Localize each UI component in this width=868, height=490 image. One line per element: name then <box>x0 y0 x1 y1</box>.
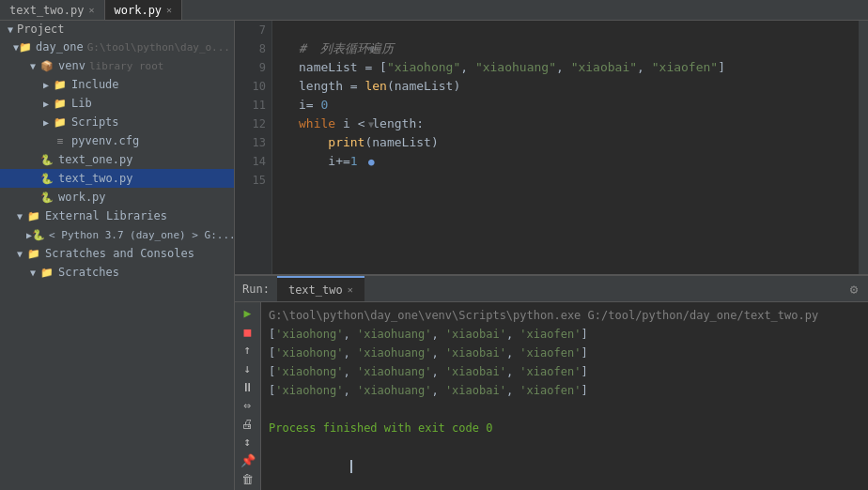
run-str-1c: 'xiaobai' <box>445 328 506 341</box>
gutter-9 <box>280 58 299 77</box>
run-toolbar: ▶ ■ ↑ ↓ ⏸ ⇔ 🖨 ↕ 📌 🗑 <box>235 302 261 490</box>
run-str-1a: 'xiaohong' <box>275 328 343 341</box>
run-down-button[interactable]: ↓ <box>239 361 257 376</box>
run-str-2b: 'xiaohuang' <box>357 346 431 360</box>
run-print-button[interactable]: 🖨 <box>239 417 257 432</box>
sidebar-item-lib[interactable]: ▶ 📁 Lib <box>0 94 234 113</box>
sidebar-item-day-one[interactable]: ▼ 📁 day_one G:\tool\python\day_o... <box>0 38 234 56</box>
run-str-4b: 'xiaohuang' <box>357 384 431 397</box>
include-arrow: ▶ <box>39 80 53 90</box>
tab-text-two[interactable]: text_two.py ✕ <box>0 0 105 20</box>
run-str-3b: 'xiaohuang' <box>357 365 431 378</box>
run-pause-button[interactable]: ⏸ <box>239 379 257 394</box>
text-two-icon: 🐍 <box>39 171 54 186</box>
line-num-14: 14 <box>240 152 266 171</box>
run-cursor <box>350 460 352 473</box>
run-body: ▶ ■ ↑ ↓ ⏸ ⇔ 🖨 ↕ 📌 🗑 G:\tool\python\day_o… <box>235 302 868 490</box>
bottom-panel: Run: text_two ✕ ⚙ ▶ ■ ↑ ↓ ⏸ ⇔ � <box>235 274 868 490</box>
sidebar-item-scratches[interactable]: ▼ 📁 Scratches <box>0 263 234 282</box>
comma-2: , <box>556 58 571 77</box>
sidebar-item-scratches-consoles[interactable]: ▼ 📁 Scratches and Consoles <box>0 244 234 263</box>
day-one-path: G:\tool\python\day_o... <box>87 41 230 54</box>
text-two-arrow <box>26 174 39 184</box>
editor-scrollbar[interactable] <box>859 21 868 274</box>
sidebar-item-pyvenv[interactable]: ≡ pyvenv.cfg <box>0 131 234 150</box>
func-len: len <box>364 77 386 96</box>
bottom-tab-close[interactable]: ✕ <box>348 284 353 295</box>
top-tab-bar: text_two.py ✕ work.py ✕ <box>0 0 868 21</box>
ext-libs-label: External Libraries <box>45 209 167 222</box>
run-str-3c: 'xiaobai' <box>445 365 506 378</box>
sidebar-item-venv[interactable]: ▼ 📦 venv library root <box>0 56 234 75</box>
run-stop-button[interactable]: ■ <box>239 325 257 340</box>
bottom-tab-text-two[interactable]: text_two ✕ <box>277 276 364 301</box>
var-namelist-10: nameList <box>395 77 454 96</box>
run-pin-button[interactable]: 📌 <box>239 453 257 468</box>
run-play-button[interactable]: ▶ <box>239 306 257 321</box>
run-up-button[interactable]: ↑ <box>239 343 257 358</box>
num-1: 1 <box>350 152 358 171</box>
line-num-11: 11 <box>240 96 266 115</box>
run-trash-button[interactable]: 🗑 <box>239 471 257 486</box>
run-wrap-button[interactable]: ⇔ <box>239 398 257 413</box>
tab-work-close[interactable]: ✕ <box>166 5 172 15</box>
paren-close-13: ) <box>431 133 439 152</box>
op-lt: < <box>358 115 373 133</box>
func-print: print <box>328 133 364 152</box>
venv-arrow: ▼ <box>26 61 39 71</box>
sidebar-item-work[interactable]: 🐍 work.py <box>0 188 234 207</box>
run-str-3a: 'xiaohong' <box>275 365 343 378</box>
day-one-label: day_one <box>36 40 84 54</box>
str-xiaofen: "xiaofen" <box>652 58 718 77</box>
sidebar-item-python37[interactable]: ▶ 🐍 < Python 3.7 (day_one) > G:... <box>0 225 234 244</box>
run-output-3: ['xiaohong', 'xiaohuang', 'xiaobai', 'xi… <box>269 362 860 381</box>
run-str-2d: 'xiaofen' <box>519 346 581 360</box>
paren-open-13: ( <box>364 133 372 152</box>
line-num-13: 13 <box>240 133 266 152</box>
run-output-1: ['xiaohong', 'xiaohuang', 'xiaobai', 'xi… <box>269 325 860 344</box>
work-label: work.py <box>58 191 106 204</box>
code-line-12: ▼ while i < length : <box>280 115 851 133</box>
var-namelist: nameList <box>299 58 358 77</box>
scratches-arrow: ▼ <box>26 268 39 278</box>
sidebar-item-include[interactable]: ▶ 📁 Include <box>0 75 234 94</box>
comment-line-8: # 列表循环遍历 <box>299 39 394 58</box>
python37-icon: 🐍 <box>32 227 45 242</box>
sidebar-project-arrow: ▼ <box>4 24 17 35</box>
venv-label: venv <box>58 59 85 72</box>
code-line-8: ▼ # 列表循环遍历 <box>280 39 851 58</box>
venv-icon: 📦 <box>39 58 54 73</box>
code-editor[interactable]: 7 8 9 10 11 12 13 14 15 ▼ <box>235 21 868 274</box>
tab-work[interactable]: work.py ✕ <box>105 0 183 20</box>
sidebar-item-text-one[interactable]: 🐍 text_one.py <box>0 150 234 169</box>
sidebar-project-header[interactable]: ▼ Project <box>0 21 234 38</box>
editor-area: 7 8 9 10 11 12 13 14 15 ▼ <box>235 21 868 490</box>
indent-13 <box>299 133 328 152</box>
gear-icon[interactable]: ⚙ <box>850 282 858 297</box>
sidebar-item-external-libs[interactable]: ▼ 📁 External Libraries <box>0 207 234 225</box>
run-wrap2-button[interactable]: ↕ <box>239 435 257 450</box>
bottom-tabs-bar: Run: text_two ✕ ⚙ <box>235 276 868 302</box>
text-one-label: text_one.py <box>58 153 132 166</box>
sidebar-item-text-two[interactable]: 🐍 text_two.py <box>0 169 234 188</box>
bottom-tab-label: text_two <box>288 283 343 297</box>
sidebar-item-scripts[interactable]: ▶ 📁 Scripts <box>0 113 234 131</box>
num-0: 0 <box>320 96 328 115</box>
code-line-7 <box>280 21 851 39</box>
scratches-consoles-icon: 📁 <box>26 246 41 261</box>
run-empty-1 <box>269 400 860 419</box>
line-numbers: 7 8 9 10 11 12 13 14 15 <box>235 21 272 274</box>
op-assign-11: = <box>306 96 321 115</box>
op-assign-10: = <box>343 77 364 96</box>
line-num-10: 10 <box>240 77 266 96</box>
tab-text-two-close[interactable]: ✕ <box>88 5 94 15</box>
code-content[interactable]: ▼ # 列表循环遍历 nameList = [ "xiaohong" , "xi… <box>272 21 859 274</box>
line-num-9: 9 <box>240 58 266 77</box>
var-length-12: length <box>372 115 416 133</box>
pyvenv-label: pyvenv.cfg <box>71 134 139 147</box>
run-content: G:\tool\python\day_one\venv\Scripts\pyth… <box>261 302 868 490</box>
project-sidebar: ▼ Project ▼ 📁 day_one G:\tool\python\day… <box>0 21 235 490</box>
run-output-4: ['xiaohong', 'xiaohuang', 'xiaobai', 'xi… <box>269 381 860 400</box>
include-folder-icon: 📁 <box>53 77 68 92</box>
main-area: ▼ Project ▼ 📁 day_one G:\tool\python\day… <box>0 21 868 490</box>
